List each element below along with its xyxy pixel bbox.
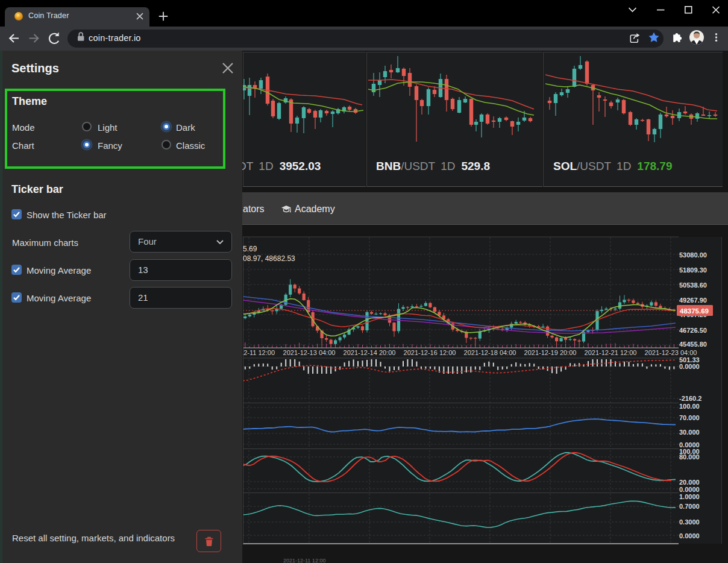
svg-text:20.000: 20.000 bbox=[679, 479, 700, 486]
svg-text:0.3000: 0.3000 bbox=[679, 518, 700, 526]
svg-text:2021-12-19 20:00: 2021-12-19 20:00 bbox=[524, 349, 577, 356]
svg-text:-2160.2: -2160.2 bbox=[679, 395, 701, 402]
svg-text:80.000: 80.000 bbox=[679, 453, 700, 461]
svg-text:2021-12-16 12:00: 2021-12-16 12:00 bbox=[404, 349, 456, 356]
svg-text:45455.80: 45455.80 bbox=[679, 341, 707, 348]
svg-text:1.0000: 1.0000 bbox=[679, 493, 700, 500]
svg-text:0.0000: 0.0000 bbox=[679, 486, 700, 493]
svg-text:48375.69: 48375.69 bbox=[680, 307, 709, 315]
svg-text:2021-12-14 20:00: 2021-12-14 20:00 bbox=[344, 349, 396, 356]
svg-text:49267.90: 49267.90 bbox=[679, 297, 707, 304]
svg-text:46726.50: 46726.50 bbox=[679, 327, 707, 334]
svg-text:0.0000: 0.0000 bbox=[679, 532, 700, 539]
svg-text:0.0000: 0.0000 bbox=[679, 363, 700, 370]
svg-text:5.69: 5.69 bbox=[243, 245, 257, 253]
svg-text:51809.30: 51809.30 bbox=[679, 266, 707, 274]
svg-text:2021-12-11 12:00: 2021-12-11 12:00 bbox=[243, 349, 275, 356]
svg-text:50538.60: 50538.60 bbox=[679, 282, 707, 289]
svg-text:2021-12-11 12:00: 2021-12-11 12:00 bbox=[283, 558, 325, 563]
svg-text:2021-12-18 04:00: 2021-12-18 04:00 bbox=[464, 349, 516, 356]
svg-text:53080.00: 53080.00 bbox=[679, 251, 707, 259]
svg-text:2021-12-13 04:00: 2021-12-13 04:00 bbox=[283, 349, 336, 356]
svg-text:2021-12-23 04:00: 2021-12-23 04:00 bbox=[645, 349, 697, 356]
svg-text:70.000: 70.000 bbox=[679, 414, 700, 421]
svg-text:100.00: 100.00 bbox=[679, 403, 700, 410]
svg-text:2021-12-21 12:00: 2021-12-21 12:00 bbox=[585, 349, 637, 356]
svg-text:0.7000: 0.7000 bbox=[679, 503, 700, 510]
svg-text:08.97, 48682.53: 08.97, 48682.53 bbox=[243, 254, 295, 263]
svg-text:30.000: 30.000 bbox=[679, 429, 700, 436]
